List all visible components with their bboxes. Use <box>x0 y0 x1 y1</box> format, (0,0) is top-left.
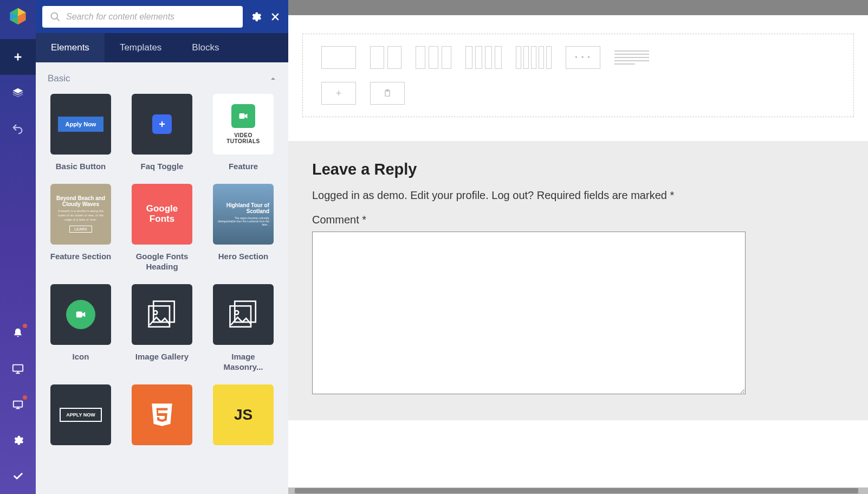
element-feature-section[interactable]: Beyond Beach and Cloudy Waves A beach is… <box>48 184 114 272</box>
video-icon <box>66 300 95 329</box>
svg-rect-16 <box>230 306 251 327</box>
layout-more[interactable]: • • • <box>566 46 600 69</box>
element-google-fonts-heading[interactable]: Google Fonts Google Fonts Heading <box>129 184 195 272</box>
section-basic-header[interactable]: Basic <box>48 73 276 84</box>
notification-dot-icon <box>23 324 27 328</box>
svg-rect-10 <box>239 113 245 119</box>
panel-tabs: Elements Templates Blocks <box>36 33 288 62</box>
video-icon <box>231 104 255 128</box>
js-icon: JS <box>213 384 274 445</box>
tab-templates[interactable]: Templates <box>105 33 177 62</box>
element-html5[interactable] <box>129 384 195 445</box>
element-outline-button[interactable]: APPLY NOW <box>48 384 114 445</box>
canvas-top-strip <box>288 0 868 15</box>
dropzone-paste-button[interactable] <box>370 82 405 105</box>
comment-textarea[interactable] <box>312 232 746 394</box>
gallery-icon <box>143 296 181 333</box>
layout-4col[interactable] <box>465 46 502 69</box>
comment-form-section: Leave a Reply Logged in as demo. Edit yo… <box>288 141 868 420</box>
panel-close-button[interactable] <box>269 10 282 23</box>
search-input[interactable] <box>66 12 235 22</box>
tab-elements[interactable]: Elements <box>36 33 105 62</box>
element-feature[interactable]: VIDEOTUTORIALS Feature <box>210 94 276 172</box>
row-layout-picker: • • • + <box>302 34 854 117</box>
rail-desktop-preview[interactable] <box>0 351 36 387</box>
svg-rect-8 <box>14 401 23 407</box>
chevron-up-icon <box>270 75 276 82</box>
app-logo <box>8 7 28 26</box>
reply-heading: Leave a Reply <box>312 161 844 178</box>
horizontal-scrollbar[interactable] <box>288 487 868 494</box>
search-icon <box>50 11 61 22</box>
plus-icon: + <box>152 114 172 134</box>
reply-meta-text: Logged in as demo. Edit your profile. Lo… <box>312 189 844 202</box>
rail-undo[interactable] <box>0 111 36 146</box>
element-image-gallery[interactable]: Image Gallery <box>129 284 195 373</box>
canvas-area: • • • + Leave a Reply Logged in as demo.… <box>288 0 868 494</box>
svg-point-14 <box>153 311 157 315</box>
edit-profile-link[interactable]: Edit your profile <box>410 189 485 201</box>
left-rail <box>0 0 36 494</box>
svg-point-9 <box>51 12 58 19</box>
layout-2col[interactable] <box>370 46 401 69</box>
rail-notifications[interactable] <box>0 315 36 351</box>
svg-rect-11 <box>76 311 82 317</box>
close-icon <box>270 11 281 22</box>
gallery-icon <box>224 296 262 333</box>
logged-in-user-link[interactable]: demo <box>377 189 404 201</box>
element-hero-section[interactable]: Highland Tour of Scotland The region bec… <box>210 184 276 272</box>
svg-rect-13 <box>149 306 170 327</box>
section-title: Basic <box>48 73 70 84</box>
search-field-wrap[interactable] <box>42 6 243 28</box>
rail-settings[interactable] <box>0 422 36 458</box>
html5-icon <box>148 401 176 428</box>
comment-field-label: Comment * <box>312 214 844 226</box>
layout-text-block[interactable] <box>614 46 649 69</box>
panel-scroll-area[interactable]: Basic Apply Now Basic Button + Faq Toggl… <box>36 62 288 494</box>
rail-save-check[interactable] <box>0 458 36 494</box>
canvas-scroll[interactable]: • • • + Leave a Reply Logged in as demo.… <box>288 15 868 487</box>
layout-5col[interactable] <box>516 46 552 69</box>
element-javascript[interactable]: JS <box>210 384 276 445</box>
element-icon[interactable]: Icon <box>48 284 114 373</box>
element-image-masonry[interactable]: Image Masonry... <box>210 284 276 373</box>
rail-add-element[interactable] <box>0 39 36 75</box>
element-faq-toggle[interactable]: + Faq Toggle <box>129 94 195 172</box>
panel-topbar <box>36 0 288 33</box>
elements-panel: Elements Templates Blocks Basic Apply No… <box>36 0 288 494</box>
notification-dot-icon <box>23 395 27 400</box>
panel-settings-button[interactable] <box>249 10 262 23</box>
layout-1col[interactable] <box>321 46 356 69</box>
rail-present[interactable] <box>0 387 36 422</box>
tab-blocks[interactable]: Blocks <box>177 33 234 62</box>
element-basic-button[interactable]: Apply Now Basic Button <box>48 94 114 172</box>
rail-layers[interactable] <box>0 75 36 111</box>
log-out-link[interactable]: Log out? <box>491 189 534 201</box>
layout-3col[interactable] <box>416 46 451 69</box>
svg-point-17 <box>235 311 238 315</box>
dropzone-add-button[interactable]: + <box>321 82 356 105</box>
clipboard-icon <box>383 89 392 98</box>
gear-icon <box>250 11 262 23</box>
svg-rect-7 <box>13 365 23 371</box>
